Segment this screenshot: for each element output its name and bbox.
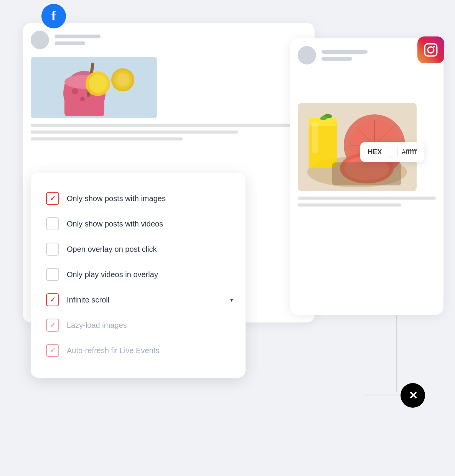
instagram-icon bbox=[424, 43, 438, 57]
fb-content-lines bbox=[23, 118, 315, 146]
ig-content-lines bbox=[290, 191, 443, 212]
svg-point-1 bbox=[428, 47, 434, 53]
ig-header-lines bbox=[321, 50, 368, 61]
checkbox-item-overlay: Open overlay on post click bbox=[46, 237, 230, 261]
svg-rect-27 bbox=[312, 122, 318, 153]
ig-date-line bbox=[321, 57, 352, 61]
checkmark-images: ✓ bbox=[50, 195, 56, 202]
fb-drink-image bbox=[31, 57, 157, 118]
checkbox-item-lazy-load: ✓ Lazy-load images bbox=[46, 313, 230, 337]
dropdown-arrow-icon[interactable]: ▼ bbox=[229, 297, 234, 303]
ig-name-line bbox=[321, 50, 368, 54]
checkmark-lazy-load: ✓ bbox=[50, 322, 56, 329]
facebook-badge: f bbox=[41, 4, 66, 28]
label-images: Only show posts with images bbox=[67, 194, 166, 203]
label-auto-refresh: Auto-refresh fir Live Events bbox=[67, 346, 159, 355]
checkmark-auto-refresh: ✓ bbox=[50, 347, 56, 354]
checkbox-panel: ✓ Only show posts with images Only show … bbox=[31, 173, 246, 378]
label-lazy-load: Lazy-load images bbox=[67, 321, 127, 330]
fb-line-3 bbox=[31, 137, 183, 140]
checkbox-item-overlay-videos: Only play videos in overlay bbox=[46, 263, 230, 286]
ig-line-1 bbox=[298, 197, 436, 200]
fb-line-1 bbox=[31, 124, 307, 127]
svg-rect-0 bbox=[425, 44, 437, 56]
fb-name-line bbox=[54, 35, 101, 38]
x-twitter-icon: ✕ bbox=[409, 389, 417, 402]
label-overlay-videos: Only play videos in overlay bbox=[67, 270, 158, 279]
checkbox-item-videos: Only show posts with videos bbox=[46, 212, 230, 236]
checkbox-item-infinite-scroll: ✓ Infinite scroll ▼ bbox=[46, 288, 230, 312]
hex-color-display: HEX #ffffff bbox=[360, 142, 424, 162]
hex-label: HEX bbox=[368, 148, 382, 156]
checkbox-videos[interactable] bbox=[46, 217, 59, 230]
svg-point-2 bbox=[433, 46, 435, 48]
ig-line-2 bbox=[298, 203, 401, 207]
label-infinite-scroll: Infinite scroll bbox=[67, 296, 109, 304]
fb-line-2 bbox=[31, 131, 238, 134]
checkbox-lazy-load[interactable]: ✓ bbox=[46, 319, 59, 332]
fb-avatar bbox=[31, 31, 49, 49]
drink-svg bbox=[31, 57, 157, 118]
label-overlay: Open overlay on post click bbox=[67, 245, 157, 254]
fb-header-lines bbox=[54, 35, 101, 45]
checkbox-overlay-videos[interactable] bbox=[46, 268, 59, 281]
checkbox-overlay[interactable] bbox=[46, 243, 59, 256]
checkbox-item-auto-refresh: ✓ Auto-refresh fir Live Events bbox=[46, 339, 230, 362]
instagram-card-background: HEX #ffffff bbox=[290, 38, 443, 315]
fb-date-line bbox=[54, 41, 85, 45]
ig-avatar bbox=[298, 46, 316, 64]
svg-rect-26 bbox=[332, 162, 401, 185]
instagram-badge bbox=[417, 36, 444, 63]
hex-value: #ffffff bbox=[402, 148, 417, 156]
checkbox-auto-refresh[interactable]: ✓ bbox=[46, 344, 59, 357]
checkbox-infinite-scroll[interactable]: ✓ bbox=[46, 293, 59, 306]
facebook-icon: f bbox=[51, 9, 56, 23]
x-twitter-badge: ✕ bbox=[401, 383, 425, 408]
svg-point-9 bbox=[89, 74, 107, 93]
label-videos: Only show posts with videos bbox=[67, 220, 163, 228]
svg-point-11 bbox=[80, 97, 85, 101]
fb-post-image-container bbox=[23, 57, 315, 118]
checkbox-images[interactable]: ✓ bbox=[46, 192, 59, 205]
checkbox-item-images: ✓ Only show posts with images bbox=[46, 187, 230, 210]
checkmark-infinite-scroll: ✓ bbox=[50, 296, 56, 303]
svg-point-10 bbox=[72, 88, 78, 94]
hex-color-swatch bbox=[387, 147, 397, 157]
fb-card-header bbox=[23, 23, 315, 57]
